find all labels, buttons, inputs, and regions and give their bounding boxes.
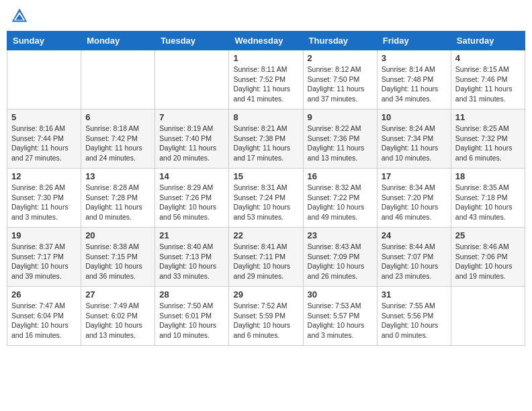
day-number: 12 xyxy=(11,171,77,181)
day-info: Sunrise: 8:29 AM Sunset: 7:26 PM Dayligh… xyxy=(159,183,224,222)
day-info: Sunrise: 8:41 AM Sunset: 7:11 PM Dayligh… xyxy=(233,242,298,281)
day-info: Sunrise: 8:35 AM Sunset: 7:18 PM Dayligh… xyxy=(455,183,521,222)
day-number: 18 xyxy=(455,171,521,181)
calendar-cell xyxy=(451,287,525,346)
logo-icon xyxy=(10,7,29,26)
col-header-sunday: Sunday xyxy=(7,32,81,50)
calendar-cell: 6Sunrise: 8:18 AM Sunset: 7:42 PM Daylig… xyxy=(81,109,155,169)
col-header-wednesday: Wednesday xyxy=(229,32,303,50)
day-number: 27 xyxy=(85,289,150,300)
calendar-cell: 13Sunrise: 8:28 AM Sunset: 7:28 PM Dayli… xyxy=(81,169,155,228)
day-info: Sunrise: 7:47 AM Sunset: 6:04 PM Dayligh… xyxy=(11,301,77,340)
day-number: 16 xyxy=(308,171,373,181)
calendar-cell: 15Sunrise: 8:31 AM Sunset: 7:24 PM Dayli… xyxy=(229,169,303,228)
day-number: 7 xyxy=(159,112,224,122)
day-info: Sunrise: 8:11 AM Sunset: 7:52 PM Dayligh… xyxy=(233,64,298,104)
col-header-saturday: Saturday xyxy=(451,32,525,50)
calendar-cell: 25Sunrise: 8:46 AM Sunset: 7:06 PM Dayli… xyxy=(451,228,525,287)
day-number: 26 xyxy=(11,289,77,300)
logo xyxy=(10,7,32,26)
day-number: 10 xyxy=(382,112,447,122)
day-info: Sunrise: 8:32 AM Sunset: 7:22 PM Dayligh… xyxy=(308,183,373,222)
col-header-friday: Friday xyxy=(377,32,451,50)
day-info: Sunrise: 8:34 AM Sunset: 7:20 PM Dayligh… xyxy=(382,183,447,222)
calendar-cell: 20Sunrise: 8:38 AM Sunset: 7:15 PM Dayli… xyxy=(81,228,155,287)
calendar-cell: 14Sunrise: 8:29 AM Sunset: 7:26 PM Dayli… xyxy=(155,169,229,228)
day-info: Sunrise: 8:15 AM Sunset: 7:46 PM Dayligh… xyxy=(455,64,521,104)
calendar-week-row: 19Sunrise: 8:37 AM Sunset: 7:17 PM Dayli… xyxy=(7,228,525,287)
calendar-header-row: SundayMondayTuesdayWednesdayThursdayFrid… xyxy=(7,32,525,50)
calendar-cell: 31Sunrise: 7:55 AM Sunset: 5:56 PM Dayli… xyxy=(377,287,451,346)
day-number: 5 xyxy=(11,112,77,122)
day-number: 3 xyxy=(382,53,447,63)
day-info: Sunrise: 8:46 AM Sunset: 7:06 PM Dayligh… xyxy=(455,242,521,281)
day-number: 22 xyxy=(233,230,298,240)
calendar-cell: 24Sunrise: 8:44 AM Sunset: 7:07 PM Dayli… xyxy=(377,228,451,287)
calendar-cell: 26Sunrise: 7:47 AM Sunset: 6:04 PM Dayli… xyxy=(7,287,81,346)
calendar-cell: 21Sunrise: 8:40 AM Sunset: 7:13 PM Dayli… xyxy=(155,228,229,287)
calendar-cell: 16Sunrise: 8:32 AM Sunset: 7:22 PM Dayli… xyxy=(303,169,377,228)
day-number: 19 xyxy=(11,230,77,240)
calendar-cell: 2Sunrise: 8:12 AM Sunset: 7:50 PM Daylig… xyxy=(303,50,377,109)
calendar-cell xyxy=(81,50,155,109)
day-number: 6 xyxy=(85,112,150,122)
day-number: 15 xyxy=(233,171,298,181)
day-info: Sunrise: 8:24 AM Sunset: 7:34 PM Dayligh… xyxy=(382,124,447,163)
calendar-cell: 12Sunrise: 8:26 AM Sunset: 7:30 PM Dayli… xyxy=(7,169,81,228)
calendar-cell: 29Sunrise: 7:52 AM Sunset: 5:59 PM Dayli… xyxy=(229,287,303,346)
day-info: Sunrise: 8:44 AM Sunset: 7:07 PM Dayligh… xyxy=(382,242,447,281)
day-info: Sunrise: 7:50 AM Sunset: 6:01 PM Dayligh… xyxy=(159,301,224,340)
day-info: Sunrise: 8:25 AM Sunset: 7:32 PM Dayligh… xyxy=(455,124,521,163)
calendar-cell xyxy=(155,50,229,109)
day-number: 31 xyxy=(382,289,447,300)
day-number: 2 xyxy=(308,53,373,63)
calendar-cell: 23Sunrise: 8:43 AM Sunset: 7:09 PM Dayli… xyxy=(303,228,377,287)
day-number: 20 xyxy=(85,230,150,240)
day-info: Sunrise: 8:40 AM Sunset: 7:13 PM Dayligh… xyxy=(159,242,224,281)
day-info: Sunrise: 8:14 AM Sunset: 7:48 PM Dayligh… xyxy=(382,64,447,104)
calendar-week-row: 26Sunrise: 7:47 AM Sunset: 6:04 PM Dayli… xyxy=(7,287,525,346)
day-info: Sunrise: 7:49 AM Sunset: 6:02 PM Dayligh… xyxy=(85,301,150,340)
day-info: Sunrise: 8:19 AM Sunset: 7:40 PM Dayligh… xyxy=(159,124,224,163)
calendar-cell xyxy=(7,50,81,109)
calendar-week-row: 1Sunrise: 8:11 AM Sunset: 7:52 PM Daylig… xyxy=(7,50,525,109)
calendar-cell: 22Sunrise: 8:41 AM Sunset: 7:11 PM Dayli… xyxy=(229,228,303,287)
day-info: Sunrise: 8:12 AM Sunset: 7:50 PM Dayligh… xyxy=(308,64,373,104)
calendar-cell: 17Sunrise: 8:34 AM Sunset: 7:20 PM Dayli… xyxy=(377,169,451,228)
day-info: Sunrise: 7:55 AM Sunset: 5:56 PM Dayligh… xyxy=(382,301,447,340)
day-number: 30 xyxy=(308,289,373,300)
calendar-week-row: 5Sunrise: 8:16 AM Sunset: 7:44 PM Daylig… xyxy=(7,109,525,169)
calendar-table: SundayMondayTuesdayWednesdayThursdayFrid… xyxy=(7,31,525,346)
day-number: 25 xyxy=(455,230,521,240)
day-info: Sunrise: 8:31 AM Sunset: 7:24 PM Dayligh… xyxy=(233,183,298,222)
calendar-cell: 18Sunrise: 8:35 AM Sunset: 7:18 PM Dayli… xyxy=(451,169,525,228)
day-number: 11 xyxy=(455,112,521,122)
col-header-monday: Monday xyxy=(81,32,155,50)
day-number: 23 xyxy=(308,230,373,240)
day-number: 21 xyxy=(159,230,224,240)
day-info: Sunrise: 8:22 AM Sunset: 7:36 PM Dayligh… xyxy=(308,124,373,163)
day-number: 28 xyxy=(159,289,224,300)
calendar-cell: 10Sunrise: 8:24 AM Sunset: 7:34 PM Dayli… xyxy=(377,109,451,169)
calendar-cell: 1Sunrise: 8:11 AM Sunset: 7:52 PM Daylig… xyxy=(229,50,303,109)
calendar-cell: 11Sunrise: 8:25 AM Sunset: 7:32 PM Dayli… xyxy=(451,109,525,169)
calendar-cell: 4Sunrise: 8:15 AM Sunset: 7:46 PM Daylig… xyxy=(451,50,525,109)
day-info: Sunrise: 8:26 AM Sunset: 7:30 PM Dayligh… xyxy=(11,183,77,222)
calendar-cell: 7Sunrise: 8:19 AM Sunset: 7:40 PM Daylig… xyxy=(155,109,229,169)
calendar-cell: 5Sunrise: 8:16 AM Sunset: 7:44 PM Daylig… xyxy=(7,109,81,169)
day-info: Sunrise: 8:43 AM Sunset: 7:09 PM Dayligh… xyxy=(308,242,373,281)
col-header-thursday: Thursday xyxy=(303,32,377,50)
calendar-cell: 9Sunrise: 8:22 AM Sunset: 7:36 PM Daylig… xyxy=(303,109,377,169)
calendar-cell: 3Sunrise: 8:14 AM Sunset: 7:48 PM Daylig… xyxy=(377,50,451,109)
day-info: Sunrise: 8:37 AM Sunset: 7:17 PM Dayligh… xyxy=(11,242,77,281)
calendar-cell: 8Sunrise: 8:21 AM Sunset: 7:38 PM Daylig… xyxy=(229,109,303,169)
calendar-cell: 19Sunrise: 8:37 AM Sunset: 7:17 PM Dayli… xyxy=(7,228,81,287)
day-number: 29 xyxy=(233,289,298,300)
day-info: Sunrise: 7:53 AM Sunset: 5:57 PM Dayligh… xyxy=(308,301,373,340)
day-number: 9 xyxy=(308,112,373,122)
day-number: 24 xyxy=(382,230,447,240)
col-header-tuesday: Tuesday xyxy=(155,32,229,50)
day-info: Sunrise: 7:52 AM Sunset: 5:59 PM Dayligh… xyxy=(233,301,298,340)
day-info: Sunrise: 8:21 AM Sunset: 7:38 PM Dayligh… xyxy=(233,124,298,163)
day-number: 14 xyxy=(159,171,224,181)
